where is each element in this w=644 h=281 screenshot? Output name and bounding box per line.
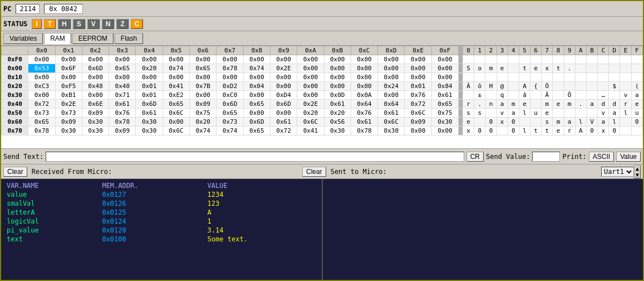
mem-cell[interactable]: 0x00 — [28, 91, 55, 100]
mem-cell[interactable]: 0x6D — [217, 100, 243, 109]
mem-cell[interactable]: 0x00 — [351, 64, 377, 73]
mem-cell[interactable]: 0x01 — [405, 82, 431, 91]
tab-variables[interactable]: Variables — [3, 33, 43, 44]
mem-cell[interactable]: 0x30 — [324, 127, 351, 135]
status-Z-btn[interactable]: Z — [116, 19, 128, 29]
mem-cell[interactable]: 0x00 — [324, 73, 351, 82]
mem-cell[interactable]: 0x00 — [297, 64, 324, 73]
mem-cell[interactable]: 0x61 — [136, 109, 163, 118]
mem-cell[interactable]: 0x00 — [297, 73, 324, 82]
mem-cell[interactable]: 0x78 — [351, 127, 377, 135]
mem-cell[interactable]: 0x6C — [405, 109, 431, 118]
ascii-button[interactable]: ASCII — [589, 152, 614, 162]
mem-cell[interactable]: 0x0D — [324, 91, 351, 100]
mem-cell[interactable]: 0x00 — [28, 55, 55, 64]
mem-cell[interactable]: 0x65 — [243, 100, 270, 109]
mem-cell[interactable]: 0x75 — [431, 109, 458, 118]
mem-cell[interactable]: 0x00 — [431, 64, 458, 73]
send-value-input[interactable] — [532, 152, 560, 162]
mem-cell[interactable]: 0x6C — [297, 118, 324, 127]
mem-cell[interactable]: 0x74 — [243, 64, 270, 73]
mem-cell[interactable]: 0x00 — [55, 55, 82, 64]
status-C-btn[interactable]: C — [131, 19, 144, 29]
send-text-input[interactable] — [46, 152, 464, 162]
mem-cell[interactable]: 0x00 — [405, 64, 431, 73]
mem-cell[interactable]: 0xE2 — [163, 91, 189, 100]
mem-cell[interactable]: 0x00 — [297, 55, 324, 64]
mem-cell[interactable]: 0x20 — [324, 109, 351, 118]
mem-cell[interactable]: 0x00 — [190, 91, 217, 100]
cr-button[interactable]: CR — [466, 152, 484, 162]
mem-cell[interactable]: 0x78 — [28, 127, 55, 135]
mem-cell[interactable]: 0x64 — [378, 100, 405, 109]
mem-cell[interactable]: 0x00 — [351, 82, 377, 91]
mem-cell[interactable]: 0x48 — [82, 82, 109, 91]
mem-cell[interactable]: 0x00 — [324, 82, 351, 91]
mem-cell[interactable]: 0x00 — [243, 55, 270, 64]
mem-cell[interactable]: 0x00 — [190, 73, 217, 82]
status-S-btn[interactable]: S — [73, 19, 85, 29]
mem-cell[interactable]: 0x00 — [109, 73, 136, 82]
mem-cell[interactable]: 0x30 — [55, 127, 82, 135]
mem-cell[interactable]: 0x00 — [431, 73, 458, 82]
mem-cell[interactable]: 0xB1 — [55, 91, 82, 100]
tab-ram[interactable]: RAM — [44, 33, 71, 44]
mem-cell[interactable]: 0x00 — [136, 73, 163, 82]
mem-cell[interactable]: 0x65 — [190, 64, 217, 73]
mem-cell[interactable]: 0x09 — [190, 100, 217, 109]
mem-cell[interactable]: 0x56 — [324, 118, 351, 127]
mem-cell[interactable]: 0x76 — [351, 109, 377, 118]
mem-cell[interactable]: 0x72 — [28, 100, 55, 109]
mem-cell[interactable]: 0x65 — [109, 64, 136, 73]
mem-cell[interactable]: 0x65 — [243, 127, 270, 135]
mem-cell[interactable]: 0x61 — [324, 100, 351, 109]
mem-cell[interactable]: 0x00 — [217, 73, 243, 82]
mem-cell[interactable]: 0x0A — [351, 91, 377, 100]
mem-cell[interactable]: 0x30 — [431, 118, 458, 127]
mem-cell[interactable]: 0x00 — [405, 73, 431, 82]
mem-cell[interactable]: 0x6C — [378, 118, 405, 127]
mem-cell[interactable]: 0x00 — [163, 118, 189, 127]
mem-cell[interactable]: 0x00 — [405, 127, 431, 135]
mem-cell[interactable]: 0x78 — [217, 64, 243, 73]
mem-cell[interactable]: 0x6E — [82, 100, 109, 109]
mem-cell[interactable]: 0x76 — [109, 109, 136, 118]
mem-cell[interactable]: 0x00 — [431, 55, 458, 64]
mem-cell[interactable]: 0x7B — [190, 82, 217, 91]
mem-cell[interactable]: 0x72 — [405, 100, 431, 109]
mem-cell[interactable]: 0x74 — [217, 127, 243, 135]
mem-cell[interactable]: 0x00 — [270, 109, 297, 118]
mem-cell[interactable]: 0x6C — [163, 127, 189, 135]
mem-cell[interactable]: 0x64 — [351, 100, 377, 109]
mem-cell[interactable]: 0xD2 — [217, 82, 243, 91]
status-T-btn[interactable]: T — [44, 19, 56, 29]
mem-cell[interactable]: 0x65 — [431, 100, 458, 109]
mem-cell[interactable]: 0x00 — [351, 55, 377, 64]
mem-cell[interactable]: 0x00 — [351, 73, 377, 82]
mem-cell[interactable]: 0x61 — [431, 91, 458, 100]
mem-cell[interactable]: 0x61 — [270, 118, 297, 127]
mem-cell[interactable]: 0xD4 — [270, 91, 297, 100]
mem-cell[interactable]: 0x00 — [28, 73, 55, 82]
mem-cell[interactable]: 0x61 — [351, 118, 377, 127]
mem-cell[interactable]: 0x00 — [297, 91, 324, 100]
mem-cell[interactable]: 0x74 — [163, 64, 189, 73]
mem-cell[interactable]: 0x73 — [217, 118, 243, 127]
mem-cell[interactable]: 0x00 — [324, 55, 351, 64]
mem-cell[interactable]: 0x00 — [163, 73, 189, 82]
mem-cell[interactable]: 0x24 — [378, 82, 405, 91]
mem-cell[interactable]: 0x76 — [405, 91, 431, 100]
status-H-btn[interactable]: H — [58, 19, 71, 29]
mem-cell[interactable]: 0x72 — [270, 127, 297, 135]
mem-cell[interactable]: 0x00 — [378, 55, 405, 64]
status-I-btn[interactable]: I — [32, 19, 41, 29]
mem-cell[interactable]: 0x00 — [82, 55, 109, 64]
mem-cell[interactable]: 0x65 — [28, 118, 55, 127]
mem-cell[interactable]: 0x75 — [190, 109, 217, 118]
mem-cell[interactable]: 0x00 — [324, 64, 351, 73]
mem-cell[interactable]: 0x41 — [297, 127, 324, 135]
mem-cell[interactable]: 0x74 — [190, 127, 217, 135]
mem-cell[interactable]: 0x30 — [136, 118, 163, 127]
mem-cell[interactable]: 0x00 — [270, 55, 297, 64]
mem-cell[interactable]: 0xC0 — [217, 91, 243, 100]
